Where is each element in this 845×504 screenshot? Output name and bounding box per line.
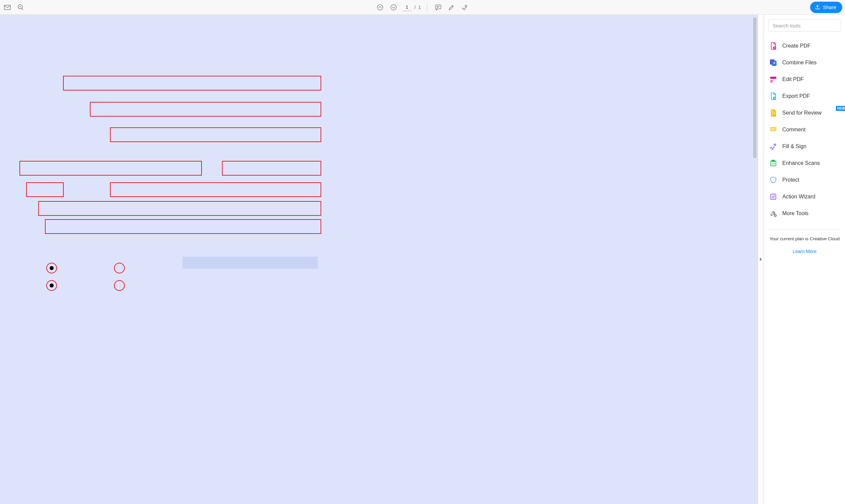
tool-label: Comment	[782, 127, 806, 133]
search-tools-input[interactable]: Search tools	[768, 19, 841, 32]
tool-more-tools[interactable]: More Tools	[764, 205, 845, 222]
toolbar-right-group: Share	[810, 2, 842, 13]
combine-files-icon	[769, 58, 778, 67]
page-separator: /	[415, 5, 416, 10]
form-text-field[interactable]	[110, 182, 321, 197]
svg-rect-18	[771, 194, 776, 199]
action-wizard-icon	[769, 192, 778, 201]
form-text-field[interactable]	[63, 76, 321, 90]
fill-sign-icon	[769, 142, 778, 151]
email-icon[interactable]	[3, 3, 12, 12]
tool-list: Create PDF Combine Files Edit PDF Export…	[764, 35, 845, 224]
new-badge: NEW	[836, 106, 845, 111]
form-text-field[interactable]	[110, 127, 321, 142]
radio-selected-dot	[50, 284, 54, 288]
share-button-label: Share	[823, 4, 836, 10]
scrollbar-thumb[interactable]	[753, 17, 756, 158]
form-text-field[interactable]	[222, 161, 321, 176]
tool-send-for-review[interactable]: Send for Review NEW	[764, 105, 845, 121]
svg-rect-0	[4, 5, 11, 10]
toolbar-divider	[427, 2, 427, 13]
tool-label: Export PDF	[782, 93, 810, 99]
share-button[interactable]: Share	[810, 2, 842, 13]
tool-create-pdf[interactable]: Create PDF	[764, 38, 845, 54]
comment-tool-icon	[769, 125, 778, 134]
tool-export-pdf[interactable]: Export PDF	[764, 88, 845, 105]
svg-rect-10	[770, 81, 773, 82]
highlight-icon[interactable]	[447, 3, 456, 12]
sign-icon[interactable]	[460, 3, 470, 12]
tool-label: Create PDF	[782, 43, 810, 49]
form-radio-field[interactable]	[46, 280, 57, 291]
enhance-scans-icon	[769, 159, 778, 167]
form-text-field[interactable]	[90, 102, 321, 116]
zoom-out-icon[interactable]	[16, 3, 25, 12]
tools-panel: Search tools Create PDF Combine Files Ed	[764, 15, 845, 504]
tool-edit-pdf[interactable]: Edit PDF	[764, 71, 845, 88]
form-text-field[interactable]	[45, 219, 321, 234]
export-pdf-icon	[769, 92, 778, 101]
page-up-icon[interactable]	[375, 3, 385, 12]
tool-label: Enhance Scans	[782, 160, 820, 166]
tool-enhance-scans[interactable]: Enhance Scans	[764, 155, 845, 172]
plan-text: Your current plan is Creative Cloud	[768, 236, 841, 241]
toolbar-left-group	[3, 3, 25, 12]
form-radio-field[interactable]	[114, 263, 125, 273]
comment-icon[interactable]	[433, 3, 443, 12]
document-viewport[interactable]	[0, 15, 758, 504]
svg-rect-15	[771, 129, 774, 130]
form-radio-field[interactable]	[46, 263, 57, 273]
search-placeholder: Search tools	[773, 23, 800, 29]
form-text-field[interactable]	[19, 161, 202, 176]
tool-fill-sign[interactable]: Fill & Sign	[764, 138, 845, 155]
svg-point-3	[391, 4, 397, 10]
tool-label: Fill & Sign	[782, 143, 807, 149]
create-pdf-icon	[769, 41, 778, 50]
tool-label: More Tools	[782, 211, 808, 216]
svg-rect-11	[770, 82, 772, 83]
svg-rect-17	[772, 160, 775, 162]
toolbar-center-group: / 1	[375, 2, 470, 13]
page-navigation: / 1	[402, 4, 421, 11]
radio-selected-dot	[50, 266, 54, 270]
tool-protect[interactable]: Protect	[764, 172, 845, 188]
form-radio-field[interactable]	[114, 280, 125, 291]
send-for-review-icon	[769, 109, 778, 117]
selection-highlight	[182, 257, 318, 269]
page-number-input[interactable]	[402, 4, 412, 11]
tool-label: Combine Files	[782, 60, 816, 66]
tool-action-wizard[interactable]: Action Wizard	[764, 188, 845, 205]
svg-rect-8	[770, 77, 776, 79]
more-tools-icon	[769, 209, 778, 218]
svg-rect-9	[770, 80, 773, 81]
plan-section: Your current plan is Creative Cloud Lear…	[768, 229, 841, 259]
svg-rect-14	[771, 128, 775, 129]
svg-rect-16	[771, 161, 776, 166]
tool-label: Protect	[782, 177, 799, 183]
svg-point-2	[377, 4, 383, 10]
tool-comment[interactable]: Comment	[764, 121, 845, 138]
svg-point-13	[773, 113, 776, 116]
tool-label: Send for Review	[782, 110, 822, 116]
main-area: Search tools Create PDF Combine Files Ed	[0, 15, 845, 504]
page-down-icon[interactable]	[389, 3, 398, 12]
tool-label: Action Wizard	[782, 194, 815, 200]
tool-label: Edit PDF	[782, 76, 804, 83]
tool-combine-files[interactable]: Combine Files	[764, 54, 845, 71]
form-text-field[interactable]	[26, 182, 64, 197]
edit-pdf-icon	[769, 75, 778, 84]
panel-collapse-handle[interactable]	[758, 15, 764, 504]
form-text-field[interactable]	[38, 201, 321, 216]
page-total: 1	[419, 5, 421, 10]
learn-more-link[interactable]: Learn More	[768, 249, 841, 254]
svg-rect-4	[435, 5, 441, 9]
protect-icon	[769, 176, 778, 184]
toolbar: / 1 Share	[0, 0, 845, 15]
